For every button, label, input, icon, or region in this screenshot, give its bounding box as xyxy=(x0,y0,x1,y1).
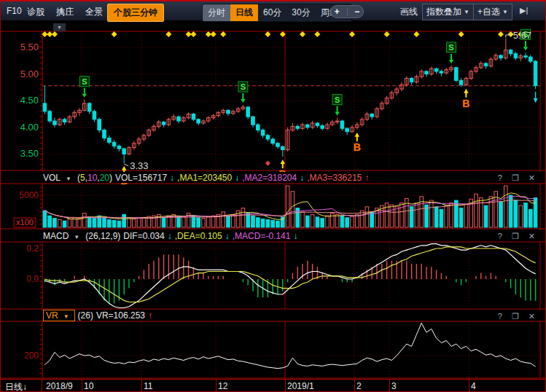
tab-f10[interactable]: F10 xyxy=(7,6,22,16)
vol-title: VOL xyxy=(43,173,61,183)
svg-text:5.50: 5.50 xyxy=(20,42,39,52)
svg-text:0.2: 0.2 xyxy=(26,243,39,254)
month-tick xyxy=(82,380,82,391)
svg-text:S: S xyxy=(241,82,246,91)
svg-text:5.67: 5.67 xyxy=(513,30,531,41)
zoom-in-button[interactable]: + xyxy=(335,7,340,16)
chevron-down-icon: ▼ xyxy=(63,313,69,320)
time-axis-label: 2018/9 xyxy=(46,381,73,391)
zoom-out-button[interactable]: − xyxy=(354,7,359,16)
period-daily[interactable]: 日线 xyxy=(230,4,258,21)
tab-qinzhuang[interactable]: 擒庄 xyxy=(56,6,74,18)
arrow-up-icon: ↑ xyxy=(364,173,369,183)
close-icon[interactable]: ✕ xyxy=(529,312,535,321)
vr-panel xyxy=(44,323,535,368)
svg-text:x100: x100 xyxy=(16,218,34,227)
param-text: 20 xyxy=(100,173,109,183)
chart-area[interactable]: 5.505.004.504.003.5050000.20.0200x100SSS… xyxy=(1,1,546,392)
stock-chart-window: F10 诊股 擒庄 全景 个股三分钟 分时 日线 60分 30分 周线 ▼ + … xyxy=(0,0,546,392)
chart-corner-dropdown[interactable]: ▼ xyxy=(53,23,66,31)
time-axis-label: 2019/1 xyxy=(287,381,314,391)
month-tick xyxy=(285,380,286,391)
svg-text:0.0: 0.0 xyxy=(26,274,39,284)
time-axis[interactable]: 日线↓ 2018/91011122019/1234 xyxy=(1,379,546,392)
macd-indicator-selector[interactable]: MACD▼ xyxy=(43,231,82,241)
chevron-down-icon: ▼ xyxy=(502,9,508,15)
price-annotations: 5.673.33 xyxy=(124,30,537,171)
panel-controls: ?❐✕ xyxy=(491,173,538,183)
param-text: 10 xyxy=(87,173,97,183)
help-icon[interactable]: ? xyxy=(498,173,502,182)
period-mode-text: 日线 xyxy=(5,382,23,392)
help-icon[interactable]: ? xyxy=(498,312,502,321)
arrow-down-icon: ↓ xyxy=(225,231,230,241)
svg-text:3.50: 3.50 xyxy=(20,148,39,159)
svg-text:5.00: 5.00 xyxy=(20,68,39,79)
month-tick xyxy=(389,380,390,391)
time-axis-label: 12 xyxy=(218,381,227,391)
period-mode-label[interactable]: 日线↓ xyxy=(5,381,27,392)
tab-stock-3min[interactable]: 个股三分钟 xyxy=(107,4,164,22)
index-overlay-dropdown[interactable]: 指数叠加 ▼ xyxy=(422,4,474,20)
zoom-controls: + − xyxy=(330,5,364,18)
macd-panel-header: MACD▼ (26,12,9) DIF=0.034 ↓ ,DEA=0.105 ↓… xyxy=(1,230,546,241)
add-watchlist-dropdown[interactable]: +自选 ▼ xyxy=(473,4,512,20)
time-axis-label: 3 xyxy=(391,381,397,391)
param-text: (26) xyxy=(78,310,93,321)
help-icon[interactable]: ? xyxy=(498,232,502,240)
svg-text:4.00: 4.00 xyxy=(20,122,39,133)
period-30min[interactable]: 30分 xyxy=(286,4,315,21)
maximize-icon[interactable]: ❐ xyxy=(512,312,519,321)
vol-indicator-selector[interactable]: VOL▼ xyxy=(43,173,74,183)
tab-diagnose[interactable]: 诊股 xyxy=(27,6,44,18)
arrow-down-icon: ↓ xyxy=(168,231,172,241)
divider xyxy=(347,8,348,15)
month-tick xyxy=(141,380,142,391)
chevron-down-icon: ▼ xyxy=(464,9,469,15)
macd-value: ,MACD=-0.141 xyxy=(233,231,291,241)
dif-value: DIF=0.034 xyxy=(123,231,164,241)
svg-text:B: B xyxy=(354,141,361,153)
svg-text:S: S xyxy=(448,43,453,52)
period-tab-group: 分时 日线 60分 30分 周线 ▼ xyxy=(202,4,352,22)
arrow-down-icon: ↓ xyxy=(23,382,27,392)
maximize-icon[interactable]: ❐ xyxy=(512,232,519,240)
time-axis-label: 2 xyxy=(356,381,362,391)
param-text: 5 xyxy=(80,173,85,183)
tab-panorama[interactable]: 全景 xyxy=(85,6,103,18)
time-axis-label: 4 xyxy=(471,381,476,391)
panel-controls: ?❐✕ xyxy=(491,311,538,321)
arrow-up-icon: ↑ xyxy=(148,310,152,321)
vr-panel-header: VR▼ (26) VR=106.253 ↑ ?❐✕ xyxy=(1,310,546,321)
svg-text:200: 200 xyxy=(24,350,39,361)
param-text: ) xyxy=(109,173,112,183)
vr-value: VR=106.253 xyxy=(96,310,145,321)
close-icon[interactable]: ✕ xyxy=(529,232,535,240)
time-axis-label: 10 xyxy=(84,381,93,391)
panel-controls: ?❐✕ xyxy=(491,231,538,241)
svg-text:B: B xyxy=(462,98,469,109)
collapse-panel-icon[interactable]: ▶| xyxy=(520,6,528,15)
vr-indicator-selector[interactable]: VR▼ xyxy=(43,310,75,321)
svg-text:5000: 5000 xyxy=(19,190,39,200)
ma2-value: ,MA2=318204 xyxy=(242,173,297,183)
arrow-down-icon: ↓ xyxy=(170,173,174,183)
toolbar: F10 诊股 擒庄 全景 个股三分钟 分时 日线 60分 30分 周线 ▼ + … xyxy=(1,1,546,20)
month-tick xyxy=(354,380,355,391)
close-icon[interactable]: ✕ xyxy=(529,173,535,182)
month-tick xyxy=(469,380,469,391)
svg-text:3.33: 3.33 xyxy=(130,160,148,171)
period-intraday[interactable]: 分时 xyxy=(203,4,230,21)
vol-panel-header: VOL▼ (5,10,20) VOL=156717 ↓ ,MA1=203450 … xyxy=(1,172,546,183)
arrow-down-icon: ↓ xyxy=(293,231,297,241)
vol-value: VOL=156717 xyxy=(115,173,167,183)
macd-panel xyxy=(44,244,535,308)
chevron-down-icon: ▼ xyxy=(74,234,79,240)
ma1-value: ,MA1=203450 xyxy=(177,173,232,183)
draw-line-button[interactable]: 画线 xyxy=(400,6,418,18)
svg-text:S: S xyxy=(335,95,340,104)
period-60min[interactable]: 60分 xyxy=(258,4,286,21)
arrow-down-icon: ↓ xyxy=(235,173,239,183)
index-overlay-label: 指数叠加 xyxy=(426,6,461,18)
maximize-icon[interactable]: ❐ xyxy=(512,173,519,182)
